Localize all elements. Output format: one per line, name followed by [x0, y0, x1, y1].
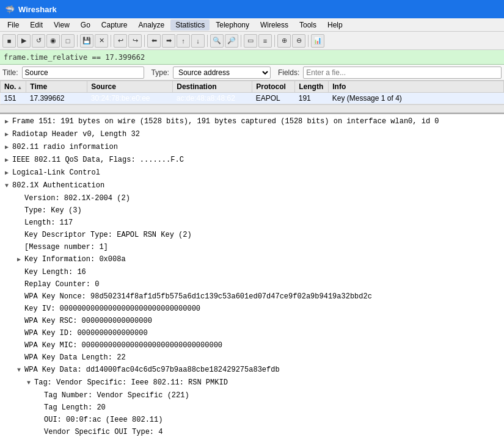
- toolbar-separator: [111, 35, 111, 47]
- menu-item-go[interactable]: Go: [76, 20, 95, 31]
- toolbar-btn-12[interactable]: ↓: [191, 34, 205, 48]
- toolbar-btn-6[interactable]: ✕: [95, 34, 108, 48]
- detail-item[interactable]: WPA Key Data Length: 22: [0, 352, 504, 364]
- toolbar-btn-11[interactable]: ↑: [177, 34, 190, 48]
- col-header-source[interactable]: Source: [87, 81, 173, 93]
- detail-item[interactable]: ▼ Tag: Vendor Specific: Ieee 802.11: RSN…: [0, 377, 504, 389]
- filter-expression: frame.time_relative == 17.399662: [4, 53, 145, 62]
- detail-item[interactable]: Length: 117: [0, 217, 504, 229]
- detail-text: Key Information: 0x008a: [24, 255, 126, 264]
- toolbar-btn-18[interactable]: ⊖: [292, 34, 305, 48]
- toolbar-btn-8[interactable]: ↪: [128, 34, 142, 48]
- packet-tbody: 15117.39966230:24:78:be:e0:eeac:de:48:a8…: [1, 93, 504, 104]
- detail-item[interactable]: Key Descriptor Type: EAPOL RSN Key (2): [0, 229, 504, 241]
- menu-item-wireless[interactable]: Wireless: [255, 20, 293, 31]
- toolbar-btn-2[interactable]: ↺: [32, 34, 45, 48]
- toolbar-separator: [207, 35, 208, 47]
- detail-item[interactable]: ▼ 802.1X Authentication: [0, 179, 504, 192]
- toolbar-btn-10[interactable]: ➡: [162, 34, 175, 48]
- toolbar-separator: [308, 35, 309, 47]
- detail-text: Tag: Vendor Specific: Ieee 802.11: RSN P…: [34, 378, 228, 387]
- toolbar-btn-13[interactable]: 🔍: [210, 34, 224, 48]
- detail-item[interactable]: ▶ 802.11 radio information: [0, 141, 504, 154]
- detail-item[interactable]: WPA Key Nonce: 98d502314f8af1d5fb575a6d1…: [0, 290, 504, 303]
- detail-item[interactable]: ▶ Frame 151: 191 bytes on wire (1528 bit…: [0, 115, 504, 128]
- detail-text: Vendor Specific OUI Type: 4: [44, 428, 163, 436]
- detail-item[interactable]: ▶ Logical-Link Control: [0, 167, 504, 179]
- detail-text: Tag Length: 20: [44, 403, 106, 412]
- detail-text: 802.11 radio information: [12, 143, 118, 151]
- detail-item[interactable]: Vendor Specific OUI Type: 4: [0, 426, 504, 438]
- collapse-arrow: ▼: [27, 378, 34, 389]
- menu-item-telephony[interactable]: Telephony: [211, 20, 254, 31]
- menu-item-view[interactable]: View: [49, 20, 75, 31]
- detail-item[interactable]: WPA Key MIC: 000000000000000000000000000…: [0, 339, 504, 352]
- menu-item-help[interactable]: Help: [323, 20, 348, 31]
- table-header-row: No.▲ Time Source Destination Protocol Le…: [1, 81, 504, 93]
- detail-text: WPA Key RSC: 0000000000000000: [24, 317, 152, 325]
- detail-item[interactable]: Version: 802.1X-2004 (2): [0, 192, 504, 204]
- detail-item[interactable]: Type: Key (3): [0, 204, 504, 217]
- col-header-no[interactable]: No.▲: [1, 81, 26, 93]
- table-cell: 30:24:78:be:e0:ee: [87, 93, 173, 104]
- table-row[interactable]: 15117.39966230:24:78:be:e0:eeac:de:48:a8…: [1, 93, 504, 104]
- table-cell: 17.399662: [26, 93, 87, 104]
- toolbar-btn-9[interactable]: ⬅: [147, 34, 161, 48]
- detail-text: WPA Key Data: dd14000fac04c6d5c97b9aa88c…: [24, 366, 280, 374]
- type-select[interactable]: Source address: [173, 67, 271, 79]
- title-input[interactable]: [22, 67, 144, 79]
- toolbar-btn-15[interactable]: ▭: [244, 34, 257, 48]
- packet-table: No.▲ Time Source Destination Protocol Le…: [0, 81, 504, 104]
- detail-text: Key IV: 00000000000000000000000000000000: [24, 305, 200, 313]
- horizontal-scrollbar[interactable]: [0, 104, 504, 113]
- detail-item[interactable]: ▶ IEEE 802.11 QoS Data, Flags: .......F.…: [0, 154, 504, 167]
- col-header-length[interactable]: Length: [295, 81, 329, 93]
- filter-bar: frame.time_relative == 17.399662: [0, 50, 504, 65]
- col-header-destination[interactable]: Destination: [173, 81, 252, 93]
- detail-item[interactable]: Key IV: 00000000000000000000000000000000: [0, 303, 504, 315]
- detail-text: 802.1X Authentication: [12, 181, 104, 190]
- fields-input[interactable]: [303, 67, 502, 79]
- detail-text: Radiotap Header v0, Length 32: [12, 130, 140, 139]
- menu-item-tools[interactable]: Tools: [294, 20, 321, 31]
- toolbar-btn-7[interactable]: ↩: [114, 34, 127, 48]
- detail-text: Frame 151: 191 bytes on wire (1528 bits)…: [12, 117, 439, 126]
- collapse-arrow: ▼: [5, 181, 12, 192]
- detail-item[interactable]: Key Length: 16: [0, 266, 504, 278]
- toolbar-btn-19[interactable]: 📊: [311, 34, 324, 48]
- toolbar-btn-3[interactable]: ◉: [46, 34, 60, 48]
- detail-item[interactable]: Tag Length: 20: [0, 402, 504, 414]
- menu-item-capture[interactable]: Capture: [97, 20, 133, 31]
- detail-item[interactable]: ▼ WPA Key Data: dd14000fac04c6d5c97b9aa8…: [0, 364, 504, 377]
- menu-item-file[interactable]: File: [2, 20, 24, 31]
- menu-bar: FileEditViewGoCaptureAnalyzeStatisticsTe…: [0, 18, 504, 32]
- detail-item[interactable]: WPA Key RSC: 0000000000000000: [0, 315, 504, 327]
- toolbar-btn-0[interactable]: ■: [2, 34, 16, 48]
- col-header-protocol[interactable]: Protocol: [252, 81, 295, 93]
- toolbar-btn-14[interactable]: 🔎: [225, 34, 238, 48]
- menu-item-statistics[interactable]: Statistics: [170, 20, 210, 31]
- detail-text: WPA Key MIC: 000000000000000000000000000…: [24, 341, 222, 350]
- menu-item-analyze[interactable]: Analyze: [134, 20, 170, 31]
- detail-item[interactable]: OUI: 00:0f:ac (Ieee 802.11): [0, 414, 504, 426]
- toolbar-btn-16[interactable]: ≡: [258, 34, 272, 48]
- table-cell: 191: [295, 93, 329, 104]
- detail-item[interactable]: ▶ Radiotap Header v0, Length 32: [0, 128, 504, 141]
- expand-arrow: ▶: [5, 142, 12, 153]
- expand-arrow: ▶: [17, 254, 24, 265]
- toolbar-btn-5[interactable]: 💾: [80, 34, 93, 48]
- table-cell: EAPOL: [252, 93, 295, 104]
- detail-item[interactable]: Tag Number: Vendor Specific (221): [0, 389, 504, 402]
- detail-item[interactable]: ▶ Key Information: 0x008a: [0, 253, 504, 266]
- col-header-time[interactable]: Time: [26, 81, 87, 93]
- detail-item[interactable]: [Message number: 1]: [0, 241, 504, 253]
- toolbar-btn-1[interactable]: ▶: [17, 34, 31, 48]
- col-header-info[interactable]: Info: [329, 81, 504, 93]
- detail-item[interactable]: Replay Counter: 0: [0, 278, 504, 290]
- detail-text: Key Length: 16: [24, 268, 86, 276]
- detail-text: Logical-Link Control: [12, 168, 100, 177]
- menu-item-edit[interactable]: Edit: [25, 20, 48, 31]
- detail-item[interactable]: WPA Key ID: 0000000000000000: [0, 327, 504, 339]
- toolbar-btn-17[interactable]: ⊕: [277, 34, 291, 48]
- toolbar-btn-4[interactable]: □: [61, 34, 75, 48]
